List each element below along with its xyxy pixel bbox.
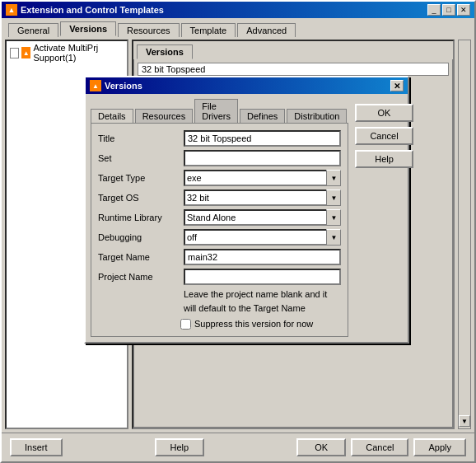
main-title-icon: ▲ xyxy=(6,4,17,16)
debugging-label: Debugging xyxy=(98,232,180,242)
set-label: Set xyxy=(98,153,180,163)
ok-button[interactable]: OK xyxy=(296,438,346,456)
title-input[interactable] xyxy=(184,130,341,147)
runtime-library-select[interactable]: Stand Alone DLL Static xyxy=(184,209,341,226)
dialog-layout: Details Resources File Drivers Defines D… xyxy=(91,99,403,337)
target-os-select[interactable]: 32 bit 16 bit 64 bit xyxy=(184,189,341,206)
maximize-button[interactable]: □ xyxy=(442,4,455,16)
dialog-title-icon: ▲ xyxy=(90,80,101,91)
dialog-right-buttons: OK Cancel Help xyxy=(352,99,416,337)
suppress-label: Suppress this version for now xyxy=(194,319,313,329)
dialog-title-bar: ▲ Versions ✕ xyxy=(86,77,408,94)
dialog-help-button[interactable]: Help xyxy=(355,150,413,168)
runtime-library-wrapper: Stand Alone DLL Static ▼ xyxy=(184,209,341,226)
versions-dialog: ▲ Versions ✕ Details Resources File Driv… xyxy=(84,76,409,344)
title-label: Title xyxy=(98,133,180,143)
dialog-tab-resources[interactable]: Resources xyxy=(135,109,194,123)
target-os-wrapper: 32 bit 16 bit 64 bit ▼ xyxy=(184,189,341,206)
target-os-row: Target OS 32 bit 16 bit 64 bit ▼ xyxy=(98,189,341,206)
main-window: ▲ Extension and Control Templates _ □ ✕ … xyxy=(0,0,476,463)
tree-checkbox[interactable] xyxy=(10,48,19,58)
dialog-tab-distribution[interactable]: Distribution xyxy=(287,109,347,123)
suppress-row: Suppress this version for now xyxy=(180,319,341,330)
close-button[interactable]: ✕ xyxy=(457,4,470,16)
target-type-row: Target Type exe dll lib ▼ xyxy=(98,170,341,186)
dialog-tab-details[interactable]: Details xyxy=(91,109,133,123)
project-name-label: Project Name xyxy=(98,272,180,282)
bottom-bar: Insert Help OK Cancel Apply xyxy=(2,433,474,461)
tab-template[interactable]: Template xyxy=(181,23,236,37)
scroll-area: ▼ xyxy=(458,40,471,429)
debugging-select[interactable]: off on xyxy=(184,229,341,246)
target-os-label: Target OS xyxy=(98,193,180,203)
dialog-tab-defines[interactable]: Defines xyxy=(240,109,285,123)
dialog-ok-button[interactable]: OK xyxy=(355,104,413,122)
main-title-bar: ▲ Extension and Control Templates _ □ ✕ xyxy=(2,2,474,18)
tree-item-label: Activate MultiPrj Support(1) xyxy=(33,43,124,63)
info-text-2: will default to the Target Name xyxy=(184,302,341,315)
dialog-cancel-button[interactable]: Cancel xyxy=(355,127,413,145)
target-type-select[interactable]: exe dll lib xyxy=(184,170,341,186)
dialog-tab-file-drivers[interactable]: File Drivers xyxy=(194,99,238,123)
set-input[interactable] xyxy=(184,150,341,166)
target-name-label: Target Name xyxy=(98,252,180,262)
main-title-text: Extension and Control Templates xyxy=(21,5,424,15)
dialog-tab-bar: Details Resources File Drivers Defines D… xyxy=(91,99,348,123)
right-tab-bar: Versions xyxy=(133,41,453,59)
tab-versions[interactable]: Versions xyxy=(60,21,116,36)
runtime-library-row: Runtime Library Stand Alone DLL Static ▼ xyxy=(98,209,341,226)
set-row: Set xyxy=(98,150,341,166)
target-name-row: Target Name xyxy=(98,249,341,265)
target-type-label: Target Type xyxy=(98,173,180,183)
tab-resources[interactable]: Resources xyxy=(118,23,180,37)
target-type-wrapper: exe dll lib ▼ xyxy=(184,170,341,186)
help-button[interactable]: Help xyxy=(155,438,204,456)
info-text-1: Leave the project name blank and it xyxy=(184,288,341,301)
dialog-body: Details Resources File Drivers Defines D… xyxy=(86,94,408,342)
minimize-button[interactable]: _ xyxy=(427,4,441,16)
tree-item[interactable]: ▲ Activate MultiPrj Support(1) xyxy=(7,41,127,64)
insert-button[interactable]: Insert xyxy=(10,438,63,456)
project-name-row: Project Name xyxy=(98,269,341,285)
dialog-tab-content: Title Set Target Type xyxy=(91,123,348,337)
right-tab-versions[interactable]: Versions xyxy=(137,44,193,59)
debugging-wrapper: off on ▼ xyxy=(184,229,341,246)
target-name-input[interactable] xyxy=(184,249,341,265)
tree-icon: ▲ xyxy=(21,47,30,58)
version-label: 32 bit Topspeed xyxy=(138,63,449,76)
tab-general[interactable]: General xyxy=(8,23,58,37)
suppress-checkbox[interactable] xyxy=(180,319,191,330)
top-tab-area: General Versions Resources Template Adva… xyxy=(2,18,474,36)
project-name-input[interactable] xyxy=(184,269,341,285)
scroll-down-button[interactable]: ▼ xyxy=(459,415,470,427)
runtime-library-label: Runtime Library xyxy=(98,213,180,222)
title-bar-buttons: _ □ ✕ xyxy=(427,4,470,16)
cancel-button[interactable]: Cancel xyxy=(351,438,408,456)
tab-advanced[interactable]: Advanced xyxy=(237,23,296,37)
dialog-main: Details Resources File Drivers Defines D… xyxy=(91,99,348,337)
dialog-close-button[interactable]: ✕ xyxy=(390,80,404,91)
debugging-row: Debugging off on ▼ xyxy=(98,229,341,246)
apply-button[interactable]: Apply xyxy=(413,438,466,456)
dialog-title-text: Versions xyxy=(105,81,387,91)
title-row: Title xyxy=(98,130,341,147)
